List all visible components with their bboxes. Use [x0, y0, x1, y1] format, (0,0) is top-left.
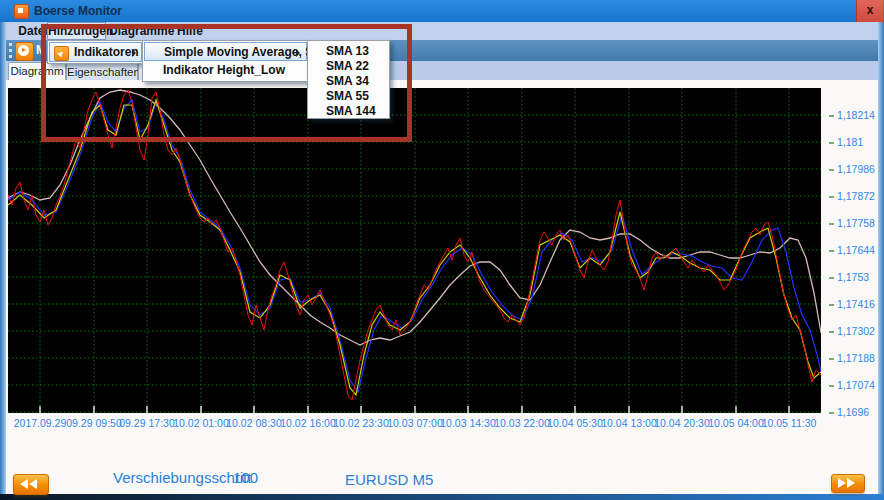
window-border-right [878, 0, 884, 500]
menu-item-label: Indikatoren [74, 44, 139, 60]
y-axis-label: 1,1696 [829, 406, 877, 418]
y-axis-label: 1,18214 [829, 109, 877, 121]
menu-item-sma-13[interactable]: SMA 13 [308, 44, 389, 59]
x-axis-label: 10.05 11:30 [757, 417, 821, 429]
menu-item-sma-group[interactable]: Simple Moving Average, SMA [144, 42, 307, 61]
symbol-timeframe-label: EURUSD M5 [345, 471, 433, 488]
tab-eigenschaften[interactable]: Eigenschaften [66, 63, 138, 80]
price-chart-plot [8, 88, 821, 413]
menu-item-label: Indikator Height_Low [163, 62, 285, 78]
fast-forward-icon [847, 478, 855, 488]
shift-step-value: 100 [233, 469, 258, 486]
toolbar-grip[interactable] [9, 43, 12, 58]
y-axis-label: 1,1753 [829, 271, 877, 283]
indikatoren-submenu: Simple Moving Average, SMA Indikator Hei… [142, 40, 309, 82]
scroll-forward-button[interactable] [831, 474, 865, 493]
sma-period-menu: SMA 13SMA 22SMA 34SMA 55SMA 144 [307, 40, 390, 119]
close-button[interactable]: x [856, 0, 883, 22]
title-bar[interactable]: Boerse Monitor x [0, 0, 884, 22]
record-icon [18, 45, 29, 56]
app-window: Boerse Monitor x Datei Hinzufügen Diagra… [0, 0, 884, 500]
menu-item-sma-144[interactable]: SMA 144 [308, 104, 389, 119]
y-axis-label: 1,17644 [829, 244, 877, 256]
fast-backward-icon [20, 479, 28, 489]
scroll-back-button[interactable] [13, 474, 49, 495]
hinzufuegen-dropdown: Indikatoren [47, 40, 144, 64]
menu-item-sma-34[interactable]: SMA 34 [308, 74, 389, 89]
app-icon [14, 4, 29, 19]
tab-diagramm[interactable]: Diagramm [8, 62, 66, 81]
run-button[interactable] [15, 42, 34, 61]
toolbar-partial-text: M [36, 43, 46, 57]
y-axis-label: 1,17872 [829, 190, 877, 202]
y-axis-label: 1,17188 [829, 352, 877, 364]
menu-bar: Datei Hinzufügen Diagramme Hilfe [6, 22, 878, 40]
window-title: Boerse Monitor [34, 4, 122, 18]
menu-item-sma-55[interactable]: SMA 55 [308, 89, 389, 104]
fast-backward-icon [29, 479, 37, 489]
menu-item-sma-22[interactable]: SMA 22 [308, 59, 389, 74]
menu-item-indikatoren[interactable]: Indikatoren [49, 42, 142, 62]
y-axis-label: 1,17986 [829, 163, 877, 175]
submenu-arrow-icon [296, 49, 300, 57]
fast-forward-icon [838, 478, 846, 488]
menu-item-height-low[interactable]: Indikator Height_Low [145, 61, 306, 78]
y-axis-label: 1,181 [829, 136, 877, 148]
y-axis-label: 1,17074 [829, 379, 877, 391]
shift-step-label: Verschiebungsschritt [113, 469, 251, 486]
window-border-bottom [0, 494, 884, 500]
menu-diagramme[interactable]: Diagramme [109, 23, 167, 39]
menu-hilfe[interactable]: Hilfe [170, 23, 210, 39]
submenu-arrow-icon [132, 49, 136, 57]
y-axis-label: 1,17758 [829, 217, 877, 229]
y-axis-label: 1,17416 [829, 298, 877, 310]
y-axis-label: 1,17302 [829, 325, 877, 337]
indicator-icon [54, 46, 69, 61]
menu-hinzufuegen[interactable]: Hinzufügen [47, 22, 106, 40]
